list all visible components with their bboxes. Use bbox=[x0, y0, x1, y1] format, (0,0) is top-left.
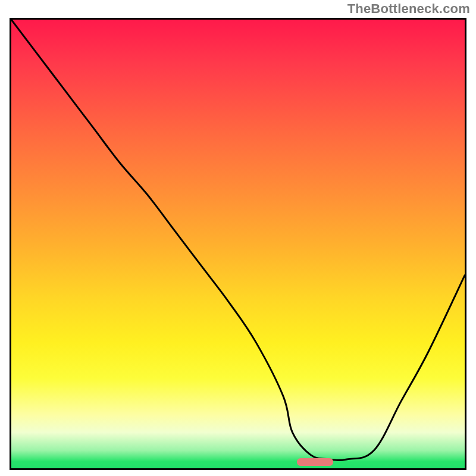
watermark-text: TheBottleneck.com bbox=[347, 1, 470, 17]
highlight-marker bbox=[297, 458, 333, 466]
line-series bbox=[11, 20, 465, 468]
plot-area bbox=[10, 18, 466, 470]
chart-container: TheBottleneck.com bbox=[0, 0, 476, 476]
